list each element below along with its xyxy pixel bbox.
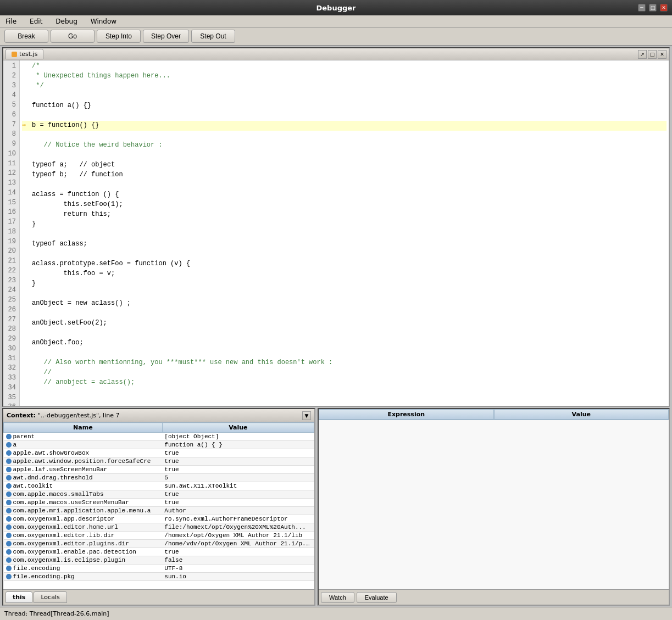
menu-window[interactable]: Window — [88, 16, 119, 26]
menu-edit[interactable]: Edit — [27, 16, 45, 26]
var-table[interactable]: Name Value parent[object Object]afunctio… — [3, 422, 314, 589]
table-row[interactable]: awt.dnd.drag.threshold5 — [4, 474, 314, 482]
line-number: 36 — [5, 403, 16, 406]
status-bar: Thread: Thread[Thread-26,6,main] — [0, 607, 672, 620]
code-line — [22, 230, 667, 239]
var-name: com.oxygenxml.enable.pac.detection — [4, 548, 163, 556]
menu-debug[interactable]: Debug — [53, 16, 79, 26]
var-name: com.oxygenxml.editor.plugins.dir — [4, 540, 163, 548]
line-number: 12 — [5, 169, 16, 178]
code-line: this.setFoo(1); — [22, 200, 667, 210]
table-row[interactable]: awt.toolkitsun.awt.X11.XToolkit — [4, 482, 314, 490]
detach-button[interactable]: ↗ — [638, 50, 647, 59]
line-number: 34 — [5, 383, 16, 393]
var-value: /homext/opt/Oxygen XML Author 21.1/lib — [162, 532, 314, 540]
code-line: this.foo = v; — [22, 269, 667, 279]
table-row[interactable]: file.encoding.pkgsun.io — [4, 573, 314, 581]
maximize-button[interactable]: □ — [649, 4, 657, 12]
table-row[interactable]: apple.awt.window.position.forceSafeCretr… — [4, 457, 314, 466]
close-button[interactable]: ✕ — [660, 4, 668, 12]
code-content[interactable]: /* * Unexpected things happen here... */… — [20, 60, 669, 406]
var-value: UTF-8 — [162, 565, 314, 573]
break-button[interactable]: Break — [4, 30, 48, 43]
table-row[interactable]: com.oxygenxml.editor.lib.dir/homext/opt/… — [4, 532, 314, 540]
table-row[interactable]: com.oxygenxml.enable.pac.detectiontrue — [4, 548, 314, 556]
restore-button[interactable]: □ — [648, 50, 657, 59]
var-name: com.oxygenxml.app.descriptor — [4, 515, 163, 523]
minimize-button[interactable]: ─ — [638, 4, 646, 12]
line-number: 15 — [5, 198, 16, 208]
tab-locals[interactable]: Locals — [34, 591, 66, 603]
var-icon — [6, 508, 12, 513]
watch-body[interactable] — [319, 420, 669, 589]
watch-button[interactable]: Watch — [321, 592, 354, 603]
table-row[interactable]: apple.laf.useScreenMenuBartrue — [4, 466, 314, 474]
table-row[interactable]: com.oxygenxml.editor.home.urlfile:/homex… — [4, 523, 314, 532]
context-value: "..-debugger/test.js", line 7 — [38, 412, 300, 419]
var-value: true — [162, 466, 314, 474]
go-button[interactable]: Go — [51, 30, 95, 43]
editor-tab-label: test.js — [19, 51, 37, 58]
context-bar: Context: "..-debugger/test.js", line 7 ▼ — [3, 409, 314, 422]
code-line: // Also worth mentionning, you ***must**… — [22, 358, 667, 368]
line-number: 7 — [5, 120, 16, 130]
var-name: com.oxygenxml.is.eclipse.plugin — [4, 556, 163, 565]
line-number: 26 — [5, 305, 16, 315]
step-out-button[interactable]: Step Out — [191, 30, 235, 43]
var-name: parent — [4, 433, 163, 441]
table-row[interactable]: afunction a() { } — [4, 441, 314, 449]
editor-close-button[interactable]: ✕ — [658, 50, 667, 59]
table-row[interactable]: com.apple.mri.application.apple.menu.aAu… — [4, 507, 314, 515]
editor-tab-testjs[interactable]: test.js — [5, 49, 43, 59]
tab-this[interactable]: this — [5, 591, 32, 603]
code-line — [22, 309, 667, 319]
line-numbers: 1234567891011121314151617181920212223242… — [3, 60, 20, 406]
var-icon — [6, 566, 12, 571]
code-line — [22, 289, 667, 299]
editor-tab-bar: test.js ↗ □ ✕ — [3, 48, 669, 60]
code-area: 1234567891011121314151617181920212223242… — [3, 60, 669, 406]
table-row[interactable]: file.encodingUTF-8 — [4, 565, 314, 573]
code-line: */ — [22, 81, 667, 91]
line-number: 32 — [5, 364, 16, 373]
line-number: 2 — [5, 71, 16, 81]
line-number: 14 — [5, 188, 16, 198]
line-number: 28 — [5, 325, 16, 334]
line-number: 1 — [5, 62, 16, 71]
table-row[interactable]: com.oxygenxml.app.descriptorro.sync.exml… — [4, 515, 314, 523]
code-line: aclass = function () { — [22, 190, 667, 200]
var-icon — [6, 524, 12, 530]
line-number: 10 — [5, 149, 16, 159]
var-icon — [6, 500, 12, 505]
step-over-button[interactable]: Step Over — [143, 30, 189, 43]
table-row[interactable]: com.oxygenxml.editor.plugins.dir/home/vd… — [4, 540, 314, 548]
table-row[interactable]: com.apple.macos.smallTabstrue — [4, 490, 314, 499]
var-name-header: Name — [4, 423, 163, 433]
evaluate-button[interactable]: Evaluate — [357, 592, 397, 603]
step-into-button[interactable]: Step Into — [97, 30, 141, 43]
var-icon — [6, 450, 12, 456]
editor-container: test.js ↗ □ ✕ 12345678910111213141516171… — [2, 47, 670, 407]
var-icon — [6, 516, 12, 522]
table-row[interactable]: com.oxygenxml.is.eclipse.pluginfalse — [4, 556, 314, 565]
code-line: typeof a; // object — [22, 160, 667, 170]
table-row[interactable]: com.apple.macos.useScreenMenuBartrue — [4, 499, 314, 507]
table-row[interactable]: apple.awt.showGrowBoxtrue — [4, 449, 314, 457]
var-value: Author — [162, 507, 314, 515]
var-icon — [6, 483, 12, 489]
var-name: com.apple.macos.smallTabs — [4, 490, 163, 499]
line-number: 16 — [5, 208, 16, 217]
var-name: apple.awt.showGrowBox — [4, 449, 163, 457]
code-line: b = function() {} — [22, 121, 667, 131]
code-line — [22, 398, 667, 406]
context-label: Context: — [7, 412, 36, 419]
line-number: 8 — [5, 130, 16, 139]
line-number: 27 — [5, 315, 16, 325]
line-number: 13 — [5, 178, 16, 188]
var-value: 5 — [162, 474, 314, 482]
code-line — [22, 111, 667, 121]
context-dropdown[interactable]: ▼ — [302, 411, 311, 420]
table-row[interactable]: parent[object Object] — [4, 433, 314, 441]
menu-file[interactable]: File — [3, 16, 19, 26]
var-name: a — [4, 441, 163, 449]
